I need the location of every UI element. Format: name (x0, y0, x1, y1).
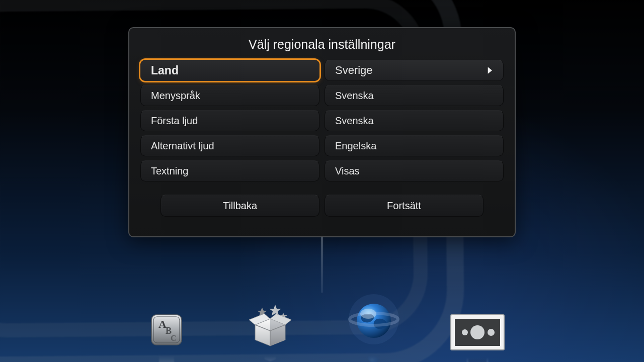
row-subtitles[interactable]: Textning Visas (140, 160, 504, 182)
dock-item-globe[interactable] (350, 292, 398, 362)
svg-point-16 (462, 329, 468, 335)
dock-item-package[interactable] (246, 304, 294, 362)
row-country[interactable]: Land Sverige (140, 60, 504, 81)
svg-rect-5 (159, 350, 174, 362)
svg-rect-20 (468, 354, 487, 362)
row-primary-audio-value-text: Svenska (335, 115, 374, 127)
row-menu-language-value[interactable]: Svenska (325, 85, 504, 106)
svg-point-18 (488, 329, 495, 336)
back-button[interactable]: Tillbaka (160, 195, 319, 217)
row-country-value-text: Sverige (335, 64, 373, 77)
row-subtitles-value[interactable]: Visas (325, 160, 504, 182)
row-country-value[interactable]: Sverige (325, 60, 504, 81)
dock-item-picture[interactable] (453, 314, 502, 362)
settings-rows: Land Sverige Menyspråk Svenska Första lj… (140, 60, 504, 182)
row-subtitles-value-text: Visas (335, 165, 360, 177)
dock: A B C (0, 292, 644, 362)
svg-point-13 (368, 351, 379, 362)
panel-title: Välj regionala inställningar (140, 37, 504, 52)
svg-marker-7 (269, 305, 281, 316)
svg-point-17 (470, 325, 485, 339)
chevron-right-icon (483, 64, 496, 77)
package-icon (246, 304, 294, 349)
row-primary-audio[interactable]: Första ljud Svenska (140, 110, 504, 131)
row-alt-audio-value-text: Engelska (335, 140, 376, 152)
row-alt-audio-value[interactable]: Engelska (325, 135, 504, 156)
panel-buttons: Tillbaka Fortsätt (140, 195, 504, 217)
row-primary-audio-label: Första ljud (140, 110, 319, 131)
row-subtitles-label: Textning (140, 160, 319, 182)
settings-panel: Välj regionala inställningar Land Sverig… (128, 27, 516, 237)
row-menu-language-value-text: Svenska (335, 90, 374, 102)
continue-button[interactable]: Fortsätt (325, 195, 484, 217)
row-alt-audio-label: Alternativt ljud (140, 135, 319, 156)
language-icon: A B C (148, 312, 185, 348)
dock-item-language[interactable]: A B C (142, 312, 191, 362)
row-primary-audio-value[interactable]: Svenska (325, 110, 504, 131)
svg-point-10 (357, 304, 391, 338)
globe-icon (346, 292, 401, 347)
row-alt-audio[interactable]: Alternativt ljud Engelska (140, 135, 504, 156)
row-menu-language[interactable]: Menyspråk Svenska (140, 85, 504, 106)
picture-icon (450, 314, 505, 351)
panel-connector-line (321, 237, 323, 293)
svg-text:C: C (171, 334, 177, 342)
row-country-label: Land (140, 60, 319, 81)
row-menu-language-label: Menyspråk (140, 85, 319, 106)
